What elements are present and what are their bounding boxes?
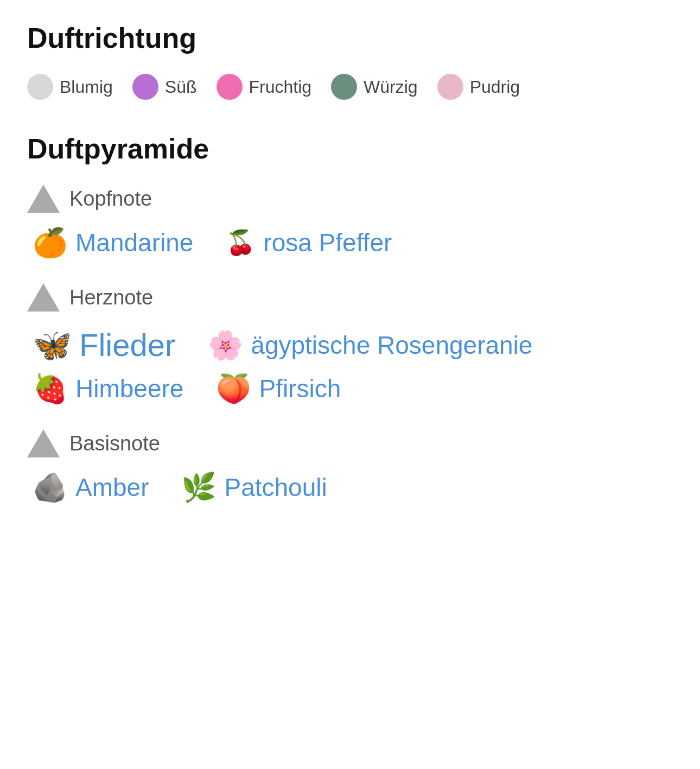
- blumig-dot: [27, 74, 53, 100]
- note-item-rosa-pfeffer[interactable]: 🍒 rosa Pfeffer: [226, 228, 392, 257]
- note-item-mandarine[interactable]: 🍊 Mandarine: [33, 228, 193, 257]
- note-item-pfirsich[interactable]: 🍑 Pfirsich: [216, 374, 341, 403]
- duftrichtung-section: Duftrichtung Blumig Süß Fruchtig Würzig …: [27, 22, 673, 100]
- suss-label: Süß: [165, 77, 197, 97]
- mandarine-emoji: 🍊: [33, 228, 68, 257]
- duftpyramide-section: Duftpyramide Kopfnote 🍊 Mandarine 🍒 rosa…: [27, 132, 673, 502]
- rosengeranie-emoji: 🌸: [208, 331, 243, 359]
- pudrig-label: Pudrig: [470, 77, 520, 97]
- basisnote-title: Basisnote: [69, 432, 160, 455]
- patchouli-name: Patchouli: [224, 473, 327, 502]
- herznote-title: Herznote: [69, 286, 153, 309]
- kopfnote-triangle-icon: [27, 185, 60, 213]
- note-item-amber[interactable]: 🪨 Amber: [33, 473, 149, 502]
- note-item-flieder[interactable]: 🦋 Flieder: [33, 327, 175, 363]
- rosa-pfeffer-emoji: 🍒: [226, 231, 256, 255]
- basisnote-items: 🪨 Amber 🌿 Patchouli: [27, 473, 673, 502]
- fruchtig-label: Fruchtig: [249, 77, 312, 97]
- suss-dot: [132, 74, 158, 100]
- herznote-triangle-icon: [27, 283, 60, 312]
- himbeere-emoji: 🍓: [33, 374, 68, 403]
- basisnote-triangle-icon: [27, 429, 60, 457]
- flieder-name: Flieder: [79, 327, 175, 363]
- kopfnote-section: Kopfnote 🍊 Mandarine 🍒 rosa Pfeffer: [27, 185, 673, 257]
- note-item-rosengeranie[interactable]: 🌸 ägyptische Rosengeranie: [208, 327, 532, 363]
- herznote-items-row2: 🍓 Himbeere 🍑 Pfirsich: [27, 374, 673, 403]
- basisnote-section: Basisnote 🪨 Amber 🌿 Patchouli: [27, 429, 673, 502]
- kopfnote-title: Kopfnote: [69, 187, 152, 211]
- wurzig-dot: [331, 74, 357, 100]
- patchouli-emoji: 🌿: [181, 473, 217, 501]
- rosa-pfeffer-name: rosa Pfeffer: [263, 228, 392, 257]
- pfirsich-emoji: 🍑: [216, 374, 251, 403]
- flieder-emoji: 🦋: [33, 329, 72, 361]
- scent-item-suss: Süß: [132, 74, 197, 100]
- amber-emoji: 🪨: [33, 473, 68, 501]
- kopfnote-items: 🍊 Mandarine 🍒 rosa Pfeffer: [27, 228, 673, 257]
- rosengeranie-name: ägyptische Rosengeranie: [251, 331, 532, 360]
- wurzig-label: Würzig: [364, 77, 418, 97]
- pfirsich-name: Pfirsich: [259, 374, 341, 403]
- fruchtig-dot: [217, 74, 243, 100]
- herznote-section: Herznote 🦋 Flieder 🌸 ägyptische Rosenger…: [27, 283, 673, 403]
- scent-item-fruchtig: Fruchtig: [217, 74, 312, 100]
- scent-item-blumig: Blumig: [27, 74, 113, 100]
- amber-name: Amber: [75, 473, 149, 502]
- himbeere-name: Himbeere: [75, 374, 183, 403]
- scent-item-wurzig: Würzig: [331, 74, 418, 100]
- note-item-patchouli[interactable]: 🌿 Patchouli: [181, 473, 327, 502]
- scent-item-pudrig: Pudrig: [437, 74, 520, 100]
- duftrichtung-title: Duftrichtung: [27, 22, 673, 54]
- blumig-label: Blumig: [60, 77, 113, 97]
- herznote-header: Herznote: [27, 283, 673, 312]
- pudrig-dot: [437, 74, 463, 100]
- kopfnote-header: Kopfnote: [27, 185, 673, 213]
- duftpyramide-title: Duftpyramide: [27, 132, 673, 165]
- mandarine-name: Mandarine: [75, 228, 193, 257]
- basisnote-header: Basisnote: [27, 429, 673, 457]
- note-item-himbeere[interactable]: 🍓 Himbeere: [33, 374, 183, 403]
- scent-legend: Blumig Süß Fruchtig Würzig Pudrig: [27, 74, 673, 100]
- herznote-items: 🦋 Flieder 🌸 ägyptische Rosengeranie: [27, 327, 673, 363]
